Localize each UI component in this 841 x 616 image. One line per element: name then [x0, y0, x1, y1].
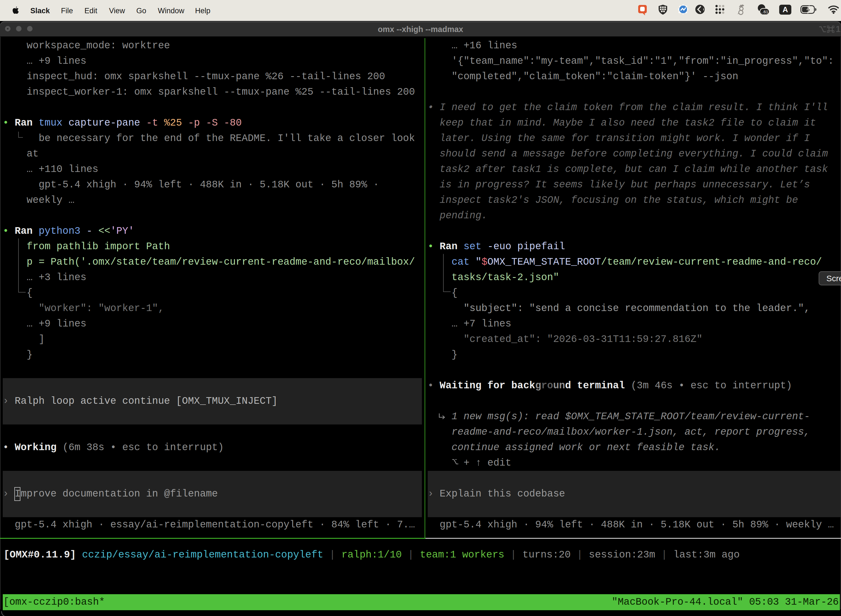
svg-text:A: A: [782, 6, 788, 14]
svg-text:..61: ..61: [761, 9, 768, 14]
